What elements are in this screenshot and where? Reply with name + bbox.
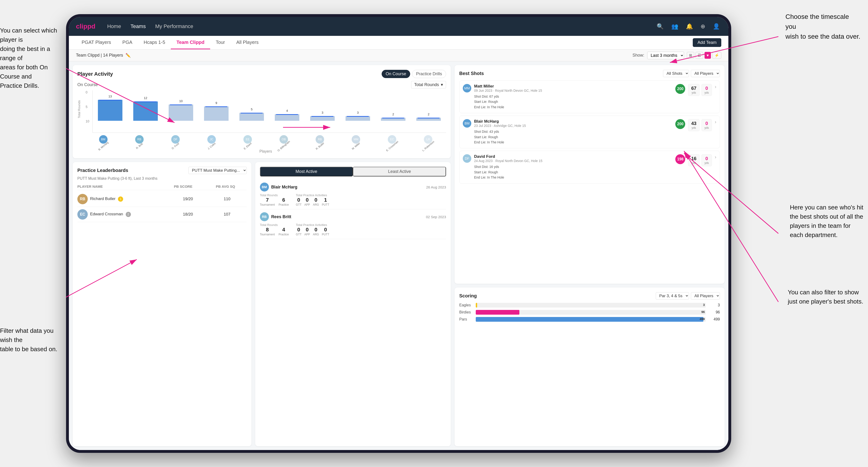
- shot-zero-unit-1: yds: [705, 126, 709, 129]
- scoring-players-select[interactable]: All Players: [691, 292, 720, 300]
- avatar-col-0: BM B. McHarg: [85, 135, 121, 148]
- bar-1: 12: [133, 101, 158, 121]
- activity-avatar-1: RB: [260, 212, 269, 221]
- leaderboard-row-0: RB Richard Butler 1 19/20 110: [78, 191, 247, 207]
- bar-label-8: 2: [392, 113, 394, 116]
- heart-view-icon[interactable]: ♥: [705, 52, 711, 59]
- nav-link-home[interactable]: Home: [107, 23, 121, 30]
- bar-label-3: 9: [215, 101, 217, 105]
- scoring-inline-val-eagles: 3: [703, 303, 705, 307]
- tab-least-active[interactable]: Least Active: [353, 167, 446, 177]
- nav-links: Home Teams My Performance: [107, 23, 655, 30]
- scoring-fill-eagles: [476, 303, 477, 308]
- chart-filter-btn[interactable]: Total Rounds ▾: [411, 81, 446, 88]
- total-rounds-label-1: Total Rounds: [260, 223, 289, 227]
- tablet-screen: clippd Home Teams My Performance 🔍 👥 🔔 ⊕…: [69, 17, 728, 450]
- lb-avg-0: 110: [208, 197, 247, 201]
- shot-zero-unit-0: yds: [705, 91, 709, 94]
- shot-chevron-0[interactable]: ›: [715, 84, 716, 89]
- tab-team-clippd[interactable]: Team Clippd: [171, 36, 210, 49]
- practice-label-0: Practice: [279, 203, 289, 206]
- shot-chevron-1[interactable]: ›: [715, 119, 716, 125]
- shot-info-1: Blair McHarg 23 Jul 2023 · Ashridge GC, …: [474, 119, 673, 145]
- shot-details-1: Shot Dist: 43 yds Start Lie: Rough End L…: [474, 129, 673, 145]
- most-least-tabs: Most Active Least Active: [260, 167, 446, 177]
- scoring-row-birdies: Birdies 96 96: [459, 310, 720, 315]
- bell-icon[interactable]: 🔔: [684, 22, 694, 31]
- nav-link-teams[interactable]: Teams: [130, 23, 146, 30]
- list-view-icon[interactable]: ☰: [695, 52, 703, 59]
- app-label-1: APP: [304, 233, 310, 236]
- y-label-5: 5: [86, 105, 89, 109]
- shot-player-name-1: Blair McHarg: [474, 119, 673, 124]
- chart-view-icon[interactable]: ⚡: [712, 52, 721, 59]
- bar-8: 2: [381, 118, 405, 121]
- scoring-count-birdies: 96: [708, 310, 720, 314]
- team-name-label: Team Clippd | 14 Players: [76, 53, 123, 58]
- shot-zero-unit-2: yds: [705, 161, 709, 165]
- nav-icons: 🔍 👥 🔔 ⊕ 👤: [655, 22, 721, 31]
- bar-5: 4: [275, 114, 299, 121]
- gtt-label-1: GTT: [296, 233, 302, 236]
- scoring-label-pars: Pars: [459, 317, 473, 321]
- lb-badge-1: 2: [126, 212, 131, 217]
- col-pb-score: PB SCORE: [162, 184, 204, 188]
- app-label-0: APP: [304, 203, 310, 206]
- edit-team-icon[interactable]: ✏️: [125, 53, 131, 58]
- shot-chevron-2[interactable]: ›: [715, 154, 716, 160]
- tab-hcaps[interactable]: Hcaps 1-5: [138, 36, 171, 49]
- shots-player-select[interactable]: All Players: [691, 70, 720, 77]
- chart-subtitle: On Course: [78, 82, 98, 87]
- shots-type-select[interactable]: All Shots: [663, 70, 689, 77]
- shot-stat-val-2: 16: [691, 156, 696, 161]
- users-icon[interactable]: 👥: [670, 22, 680, 31]
- y-axis-title: Total Rounds: [78, 90, 81, 128]
- avatar-col-5: OB O. Billingham: [266, 135, 302, 148]
- scoring-label-eagles: Eagles: [459, 303, 473, 307]
- tab-pga[interactable]: PGA: [117, 36, 138, 49]
- leaderboard-col-headers: PLAYER NAME PB SCORE PB AVG SQ: [78, 183, 247, 190]
- tab-on-course[interactable]: On Course: [382, 70, 410, 78]
- avatar-col-2: DF D. Ford: [158, 135, 193, 148]
- grid-view-icon[interactable]: ⊞: [687, 52, 694, 59]
- tab-all-players[interactable]: All Players: [231, 36, 264, 49]
- search-icon[interactable]: 🔍: [655, 22, 665, 31]
- shot-stat-dist-2: 16 yds: [688, 154, 700, 166]
- plus-circle-icon[interactable]: ⊕: [699, 22, 707, 31]
- player-avatar-1[interactable]: RB: [135, 135, 144, 144]
- most-active-card: Most Active Least Active BM Blair McHarg…: [255, 162, 451, 446]
- nav-link-performance[interactable]: My Performance: [155, 23, 193, 30]
- tab-most-active[interactable]: Most Active: [260, 167, 353, 177]
- tab-tour[interactable]: Tour: [210, 36, 231, 49]
- lb-avatar-1: EC: [78, 209, 88, 220]
- bar-label-0: 13: [108, 95, 112, 98]
- tournament-label-1: Tournament: [260, 233, 275, 236]
- tab-pgat[interactable]: PGAT Players: [76, 36, 117, 49]
- best-shots-title: Best Shots: [459, 71, 484, 76]
- activity-avatar-0: BM: [260, 183, 269, 191]
- putt-label-1: PUTT: [322, 233, 329, 236]
- arg-val-0: 0: [313, 197, 319, 203]
- show-select[interactable]: Last 3 months: [647, 52, 684, 59]
- tournament-stat-0: 7 Tournament: [260, 197, 275, 206]
- drill-select[interactable]: PUTT Must Make Putting...: [188, 167, 247, 174]
- user-avatar-icon[interactable]: 👤: [711, 22, 721, 31]
- scoring-header: Scoring Par 3, 4 & 5s All Players: [459, 292, 720, 300]
- bar-label-6: 3: [321, 111, 323, 115]
- bar-label-5: 4: [286, 109, 288, 113]
- tab-practice-drills[interactable]: Practice Drills: [412, 70, 446, 78]
- activity-player-row-0: BM Blair McHarg 26 Aug 2023 Total Rounds: [260, 180, 446, 210]
- total-practice-label-1: Total Practice Activities: [296, 223, 329, 227]
- player-avatar-2[interactable]: DF: [171, 135, 180, 144]
- activity-player-info-0: BM Blair McHarg: [260, 183, 298, 191]
- bar-group-1: 12: [128, 100, 163, 121]
- add-team-button[interactable]: Add Team: [693, 38, 721, 47]
- bar-group-3: 9: [199, 100, 234, 121]
- scoring-par-select[interactable]: Par 3, 4 & 5s: [656, 292, 689, 300]
- shot-badge-1: 200: [675, 119, 685, 129]
- shot-badge-2: 198: [675, 154, 685, 164]
- bar-label-1: 12: [144, 96, 147, 100]
- chart-controls: On Course Total Rounds ▾: [78, 81, 446, 88]
- bar-7: 3: [346, 116, 370, 121]
- scoring-filters: Par 3, 4 & 5s All Players: [656, 292, 720, 300]
